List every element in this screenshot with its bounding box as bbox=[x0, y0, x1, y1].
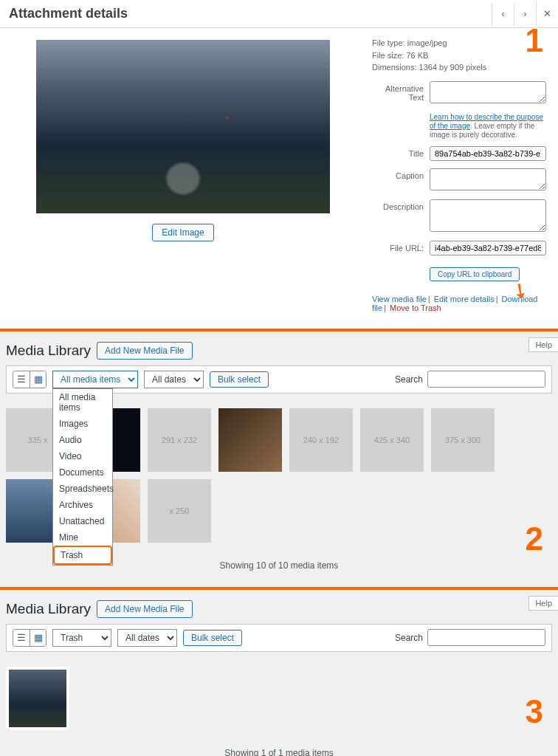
alt-text-input[interactable] bbox=[430, 81, 546, 103]
grid-icon: ▦ bbox=[34, 374, 43, 385]
image-preview-pane: Edit Image bbox=[0, 28, 366, 329]
file-url-row: File URL: bbox=[372, 241, 546, 255]
grid-view-button[interactable]: ▦ bbox=[30, 630, 46, 646]
media-type-filter[interactable]: Trash bbox=[52, 629, 111, 647]
search-label: Search bbox=[395, 374, 423, 385]
media-thumb[interactable] bbox=[6, 667, 69, 730]
caption-row: Caption bbox=[372, 168, 546, 192]
media-type-dropdown: All media items Images Audio Video Docum… bbox=[52, 388, 113, 566]
dropdown-item-documents[interactable]: Documents bbox=[53, 464, 112, 481]
help-tab[interactable]: Help bbox=[528, 596, 558, 611]
file-url-input[interactable] bbox=[430, 241, 546, 255]
file-dimensions: Dimensions: 1364 by 909 pixels bbox=[372, 61, 546, 74]
dropdown-item-archives[interactable]: Archives bbox=[53, 497, 112, 513]
caption-input[interactable] bbox=[430, 168, 546, 190]
alt-help-row: Learn how to describe the purpose of the… bbox=[372, 112, 546, 139]
next-button[interactable]: › bbox=[514, 3, 536, 25]
media-grid bbox=[0, 652, 558, 738]
media-type-filter-wrap: All media items All media items Images A… bbox=[52, 371, 138, 388]
title-label: Title bbox=[372, 146, 430, 158]
view-mode-group: ☰ ▦ bbox=[13, 371, 46, 388]
description-row: Description bbox=[372, 199, 546, 233]
modal-header: Attachment details ‹ › ✕ bbox=[0, 0, 558, 28]
add-new-media-button[interactable]: Add New Media File bbox=[97, 600, 192, 618]
dropdown-item-spreadsheets[interactable]: Spreadsheets bbox=[53, 481, 112, 497]
library-title: Media Library bbox=[6, 343, 91, 359]
dropdown-item-unattached[interactable]: Unattached bbox=[53, 513, 112, 529]
search-wrap: Search bbox=[395, 629, 545, 646]
media-thumb[interactable]: 291 x 232 bbox=[148, 408, 211, 472]
modal-nav: ‹ › ✕ bbox=[492, 3, 558, 25]
media-thumb[interactable]: x 250 bbox=[148, 479, 211, 543]
library-toolbar: ☰ ▦ All media items All media items Imag… bbox=[6, 365, 552, 394]
media-library-panel-2: Help Media Library Add New Media File ☰ … bbox=[0, 331, 558, 590]
step-number-2: 2 bbox=[526, 520, 543, 557]
caption-label: Caption bbox=[372, 168, 430, 180]
library-toolbar: ☰ ▦ Trash All dates Bulk select Search bbox=[6, 624, 552, 652]
alt-text-row: Alternative Text bbox=[372, 81, 546, 105]
title-row: Title bbox=[372, 146, 546, 161]
edit-details-link[interactable]: Edit more details bbox=[434, 295, 495, 303]
search-wrap: Search bbox=[395, 371, 545, 388]
modal-body: Edit Image File type: image/jpeg File si… bbox=[0, 28, 558, 329]
search-input[interactable] bbox=[427, 629, 545, 646]
close-button[interactable]: ✕ bbox=[536, 3, 558, 25]
preview-image bbox=[36, 40, 330, 213]
title-input[interactable] bbox=[430, 146, 546, 161]
edit-image-button[interactable]: Edit Image bbox=[152, 224, 213, 241]
help-tab[interactable]: Help bbox=[528, 337, 558, 352]
search-input[interactable] bbox=[427, 371, 545, 388]
date-filter[interactable]: All dates bbox=[144, 371, 204, 388]
prev-button[interactable]: ‹ bbox=[492, 3, 514, 25]
media-type-filter[interactable]: All media items bbox=[52, 371, 138, 388]
file-size: File size: 76 KB bbox=[372, 49, 546, 62]
add-new-media-button[interactable]: Add New Media File bbox=[97, 342, 192, 360]
move-to-trash-link[interactable]: Move to Trash bbox=[390, 303, 441, 312]
media-thumb[interactable]: 375 x 300 bbox=[431, 408, 495, 472]
view-mode-group: ☰ ▦ bbox=[13, 629, 46, 647]
media-library-panel-3: Help Media Library Add New Media File ☰ … bbox=[0, 590, 558, 757]
list-view-button[interactable]: ☰ bbox=[13, 371, 30, 388]
list-icon: ☰ bbox=[17, 632, 26, 643]
file-type: File type: image/jpeg bbox=[372, 37, 546, 49]
bulk-select-button[interactable]: Bulk select bbox=[183, 630, 242, 646]
copy-url-button[interactable]: Copy URL to clipboard bbox=[430, 267, 520, 281]
media-thumb[interactable]: 425 x 340 bbox=[360, 408, 424, 472]
dropdown-item-video[interactable]: Video bbox=[53, 448, 112, 464]
library-header: Media Library Add New Media File bbox=[0, 331, 558, 365]
attachment-details-modal: Attachment details ‹ › ✕ Edit Image File… bbox=[0, 0, 558, 331]
file-url-label: File URL: bbox=[372, 241, 430, 252]
date-filter[interactable]: All dates bbox=[117, 629, 177, 647]
view-media-link[interactable]: View media file bbox=[372, 295, 427, 303]
description-input[interactable] bbox=[430, 199, 546, 232]
step-number-1: 1 bbox=[526, 22, 543, 59]
dropdown-item-audio[interactable]: Audio bbox=[53, 432, 112, 448]
modal-title: Attachment details bbox=[0, 0, 137, 27]
bulk-select-button[interactable]: Bulk select bbox=[210, 371, 269, 388]
media-count: Showing 1 of 1 media items bbox=[0, 738, 558, 757]
dropdown-item-all[interactable]: All media items bbox=[53, 389, 112, 416]
grid-view-button[interactable]: ▦ bbox=[30, 371, 46, 388]
step-number-3: 3 bbox=[526, 693, 543, 730]
media-thumb[interactable] bbox=[218, 408, 282, 472]
search-label: Search bbox=[395, 633, 423, 643]
list-icon: ☰ bbox=[17, 374, 26, 385]
dropdown-item-mine[interactable]: Mine bbox=[53, 529, 112, 546]
library-title: Media Library bbox=[6, 601, 91, 617]
description-label: Description bbox=[372, 199, 430, 211]
dropdown-item-trash[interactable]: Trash bbox=[53, 546, 112, 565]
dropdown-item-images[interactable]: Images bbox=[53, 416, 112, 432]
alt-text-label: Alternative Text bbox=[372, 81, 430, 102]
list-view-button[interactable]: ☰ bbox=[13, 630, 30, 646]
grid-icon: ▦ bbox=[34, 632, 43, 643]
media-thumb[interactable]: 240 x 192 bbox=[289, 408, 353, 472]
library-header: Media Library Add New Media File bbox=[0, 590, 558, 624]
